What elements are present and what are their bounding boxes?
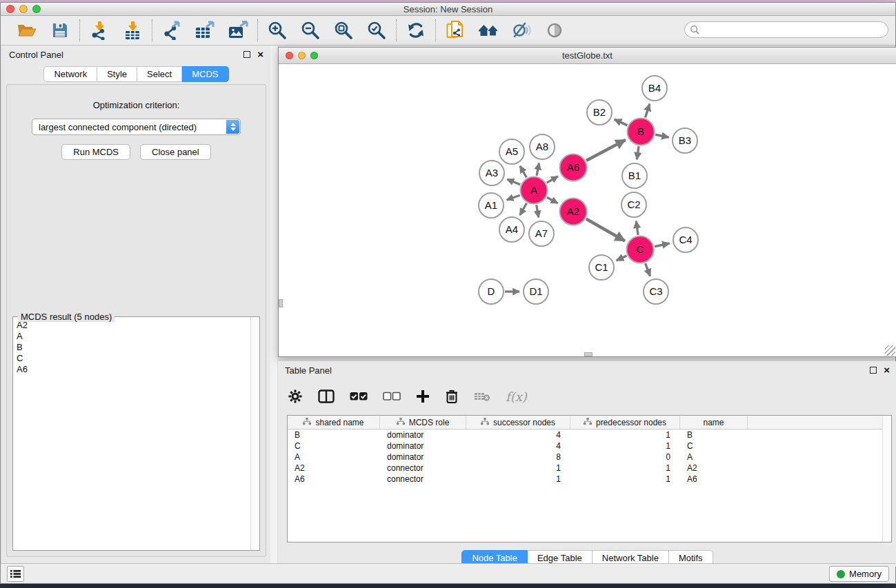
zoom-out-icon[interactable] xyxy=(299,19,321,41)
column-header-successor-nodes[interactable]: successor nodes xyxy=(466,416,570,429)
import-table-icon[interactable] xyxy=(121,19,143,41)
node-label-B4: B4 xyxy=(648,82,661,94)
tab-mcds[interactable]: MCDS xyxy=(182,66,228,82)
edge-A-A1[interactable] xyxy=(507,195,520,200)
import-network-icon[interactable] xyxy=(88,19,110,41)
network-canvas[interactable]: AA1A2A3A4A5A6A7A8BB1B2B3B4CC1C2C3C4DD1 xyxy=(279,64,896,356)
clone-network-icon[interactable] xyxy=(444,19,466,41)
show-graphics-details-icon[interactable] xyxy=(544,19,566,41)
network-view-window: testGlobe.txt AA1A2A3A4A5A6A7A8BB1B2B3B4… xyxy=(278,47,896,357)
export-network-icon[interactable] xyxy=(161,19,183,41)
add-column-icon[interactable] xyxy=(416,389,430,403)
node-label-B: B xyxy=(637,125,644,137)
list-item[interactable]: A xyxy=(14,331,250,342)
window-resize-grip[interactable] xyxy=(885,345,895,356)
task-history-button[interactable] xyxy=(7,566,24,582)
list-item[interactable]: B xyxy=(14,342,250,353)
edge-A2-C[interactable] xyxy=(586,219,625,241)
float-table-panel-icon[interactable] xyxy=(870,367,877,374)
home-cyndex-icon[interactable] xyxy=(477,19,499,41)
column-header-predecessor-nodes[interactable]: predecessor nodes xyxy=(570,416,680,429)
node-label-B1: B1 xyxy=(628,170,641,181)
list-item[interactable]: A2 xyxy=(14,320,250,331)
delete-column-icon[interactable] xyxy=(445,389,459,404)
table-cell: 4 xyxy=(466,440,570,452)
table-cell: 1 xyxy=(570,440,680,452)
export-table-icon[interactable] xyxy=(194,19,216,41)
edge-B-B2[interactable] xyxy=(615,119,628,125)
show-column-icon[interactable] xyxy=(318,389,335,403)
edge-A-A4[interactable] xyxy=(520,203,527,215)
column-header-shared-name[interactable]: shared name xyxy=(288,416,380,429)
edge-A-A2[interactable] xyxy=(547,197,558,203)
edge-A-A8[interactable] xyxy=(537,163,539,176)
node-label-D: D xyxy=(488,285,495,297)
table-cell: C xyxy=(680,440,748,452)
column-header-label: name xyxy=(703,418,724,427)
canvas-bottom-handle[interactable] xyxy=(584,352,593,356)
select-all-checks-icon[interactable] xyxy=(350,392,368,401)
edge-B-B4[interactable] xyxy=(646,104,650,118)
open-file-icon[interactable] xyxy=(16,19,38,41)
edge-C-C4[interactable] xyxy=(655,243,669,247)
float-panel-icon[interactable] xyxy=(243,51,250,58)
tab-network[interactable]: Network xyxy=(43,66,97,82)
result-list-scrollbar[interactable] xyxy=(250,317,259,550)
close-panel-button[interactable]: Close panel xyxy=(140,144,211,160)
memory-button[interactable]: Memory xyxy=(829,566,889,582)
refresh-icon[interactable] xyxy=(405,19,427,41)
edge-B-B3[interactable] xyxy=(655,134,668,137)
canvas-left-handle[interactable] xyxy=(279,299,283,307)
column-type-icon xyxy=(303,418,311,427)
zoom-fit-icon[interactable] xyxy=(332,19,355,41)
edge-A-A7[interactable] xyxy=(537,205,539,217)
run-mcds-button[interactable]: Run MCDS xyxy=(61,144,130,160)
zoom-selected-icon[interactable] xyxy=(366,19,388,41)
edge-A-A5[interactable] xyxy=(520,166,526,177)
edge-A-A6[interactable] xyxy=(547,176,558,183)
table-row[interactable]: A2connector11A2 xyxy=(288,463,891,474)
table-cell: 8 xyxy=(466,452,570,463)
zoom-in-icon[interactable] xyxy=(266,19,288,41)
edge-C-C3[interactable] xyxy=(646,263,650,276)
column-header-name[interactable]: name xyxy=(680,416,748,429)
table-scrollbar[interactable] xyxy=(882,416,891,542)
table-row[interactable]: Adominator80A xyxy=(288,452,891,463)
column-settings-gear-icon[interactable] xyxy=(288,389,303,404)
edge-C-C2[interactable] xyxy=(636,221,638,235)
edge-B-B1[interactable] xyxy=(637,146,639,159)
table-row[interactable]: A6connector11A6 xyxy=(288,474,891,485)
edge-C-C1[interactable] xyxy=(617,256,627,261)
criterion-select[interactable]: largest connected component (directed) xyxy=(32,119,241,135)
tab-select[interactable]: Select xyxy=(137,66,182,82)
table-row[interactable]: Cdominator41C xyxy=(288,440,891,452)
table-cell: 4 xyxy=(466,429,570,440)
network-window-title: testGlobe.txt xyxy=(279,50,896,61)
mcds-result-list: A2ABCA6 xyxy=(14,320,250,549)
table-row[interactable]: Bdominator41B xyxy=(288,429,891,440)
column-header-label: MCDS role xyxy=(409,418,450,427)
search-input[interactable] xyxy=(700,23,888,36)
edge-A6-B[interactable] xyxy=(586,140,625,161)
panel-divider[interactable] xyxy=(270,45,277,567)
table-cell: connector xyxy=(380,463,466,474)
main-toolbar xyxy=(1,16,895,45)
list-item[interactable]: C xyxy=(14,353,250,364)
close-panel-icon[interactable]: × xyxy=(257,51,263,58)
search-icon xyxy=(690,25,700,35)
list-item[interactable]: A6 xyxy=(14,364,250,375)
column-type-icon xyxy=(397,418,405,427)
hide-graphics-details-icon[interactable] xyxy=(510,19,532,41)
close-table-panel-icon[interactable]: × xyxy=(884,367,890,374)
deselect-all-checks-icon[interactable] xyxy=(383,392,401,401)
node-label-D1: D1 xyxy=(529,285,542,297)
tab-style[interactable]: Style xyxy=(97,66,137,82)
export-image-icon[interactable] xyxy=(227,19,249,41)
mcds-result-group: MCDS result (5 nodes) A2ABCA6 xyxy=(12,316,260,551)
delete-table-icon[interactable] xyxy=(474,391,490,402)
edge-A-A3[interactable] xyxy=(507,179,520,185)
column-header-MCDS-role[interactable]: MCDS role xyxy=(380,416,466,429)
save-session-icon[interactable] xyxy=(49,19,71,41)
function-builder-icon[interactable]: f(x) xyxy=(506,389,527,404)
node-label-A8: A8 xyxy=(536,141,548,152)
